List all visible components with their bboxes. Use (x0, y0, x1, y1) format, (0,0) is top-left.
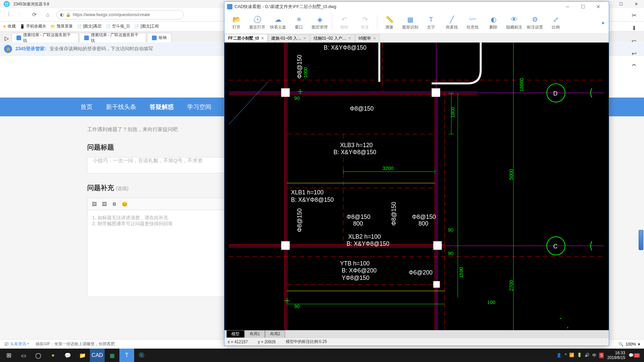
svg-rect-36 (433, 241, 442, 250)
tray-clock[interactable]: 16:33 2019/6/15 (607, 351, 625, 360)
nav-qa[interactable]: 答疑解惑 (150, 103, 174, 111)
tab-close-icon[interactable]: ✕ (373, 36, 376, 41)
bookmark-item[interactable]: 📄[图文]工程 (134, 23, 159, 29)
restore-icon[interactable]: ⤺ (630, 37, 638, 45)
cad-tool-text[interactable]: T文字 (421, 14, 441, 32)
svg-text:1800: 1800 (450, 107, 455, 118)
cad-tool-recognize[interactable]: ▦图形识别 (400, 14, 420, 32)
tab-close-icon[interactable]: ✕ (348, 36, 351, 41)
zoom-indicator[interactable]: 🔍 100% ▾ (619, 342, 640, 347)
notification-icon[interactable]: 💬12 (629, 353, 640, 358)
svg-text:18660: 18660 (519, 78, 524, 92)
bookmark-item[interactable]: 📁预算算量 (50, 23, 73, 29)
back-button[interactable]: 〈 (3, 10, 12, 19)
cad-app-icon (227, 4, 232, 9)
undo-icon[interactable]: ↩ (630, 50, 638, 58)
cad-maximize-button[interactable]: ☐ (575, 2, 591, 12)
start-button[interactable]: ⊞ (1, 349, 16, 362)
reload-button[interactable]: ⟳ (30, 10, 39, 19)
cad-tool-scale[interactable]: ⤢比例 (546, 14, 566, 32)
cortana-icon[interactable]: ◯ (31, 349, 46, 362)
scissors-icon[interactable]: ✂ (630, 11, 638, 19)
cad-close-button[interactable]: ✕ (591, 2, 606, 12)
cad-tool-window[interactable]: ✳窗口 (289, 14, 309, 32)
svg-text:Φ8@150: Φ8@150 (296, 55, 303, 78)
cad-minimize-button[interactable]: ─ (560, 2, 575, 12)
tab-favicon-icon (152, 36, 157, 40)
browser-tab[interactable]: 搜索结果 - 广联达服务新干线 (11, 33, 78, 42)
cad-doc-tab[interactable]: b5图审✕ (355, 34, 380, 42)
tab-close-icon[interactable]: ✕ (261, 36, 264, 41)
svg-text:B: XΦ6@200: B: XΦ6@200 (342, 267, 377, 274)
cad-doc-tab[interactable]: FF二层小别墅_t3✕ (224, 34, 268, 42)
layout-tab-2[interactable]: 布局2 (265, 330, 285, 338)
cad-tool-hide-annot[interactable]: 👁隐藏标注 (504, 14, 524, 32)
cad-tool-open[interactable]: 📂打开 (226, 14, 247, 32)
cad-tool-line[interactable]: ╱画直线 (442, 14, 462, 32)
nav-headlines[interactable]: 新干线头条 (106, 103, 136, 111)
tray-volume-icon[interactable]: 🔊 (585, 353, 590, 358)
cad-tool-recent[interactable]: 🕓最近打开 (247, 14, 267, 32)
window-icon: ✳ (294, 15, 303, 24)
cad-titlebar[interactable]: CAD快速看图 - G:\新建文件夹\FF二层小别墅_t3.dwg ─ ☐ ✕ (224, 2, 609, 12)
tray-ime2-icon[interactable]: S (599, 353, 604, 358)
taskbar-app[interactable]: ● (46, 349, 60, 362)
file-explorer-icon[interactable]: 📁 (75, 349, 90, 362)
cad-tool-annot-settings[interactable]: ⚙标注设置 (525, 14, 545, 32)
taskbar-app[interactable]: ▦ (105, 349, 119, 362)
tray-ime-icon[interactable]: 中 (592, 353, 596, 358)
tab-close-icon[interactable]: ✕ (303, 36, 306, 41)
cad-tool-polyline[interactable]: 〰任意线 (463, 14, 483, 32)
svg-point-49 (551, 318, 568, 330)
taskbar-browser-icon[interactable]: ⓔ (134, 349, 149, 362)
task-view-icon[interactable]: ▭ (16, 349, 31, 362)
taskbar-app[interactable]: T (119, 349, 134, 362)
cad-doc-tab[interactable]: 建施-01~05 入…✕ (268, 34, 310, 42)
cad-layout-tabs: 模型 布局1 布局2 (224, 330, 609, 338)
svg-text:Φ8@150: Φ8@150 (412, 214, 436, 221)
tray-up-icon[interactable]: ^ (565, 353, 567, 358)
editor-image-icon[interactable]: 🖼 (91, 201, 98, 207)
nav-study[interactable]: 学习空间 (187, 103, 211, 111)
svg-text:1000: 1000 (303, 67, 308, 78)
browser-tab[interactable]: 板钢 (147, 33, 172, 42)
cad-tool-cloud[interactable]: ☁快看云盘 (268, 14, 288, 32)
cad-tool-measure[interactable]: 📏测量 (379, 14, 399, 32)
home-button[interactable]: ⌂ (43, 10, 52, 19)
bookmark-item[interactable]: 📱手机收藏夹 (20, 23, 46, 29)
forward-button[interactable]: 〉 (16, 10, 25, 19)
nav-home[interactable]: 首页 (80, 103, 93, 111)
taskbar-app[interactable]: 💬 (60, 349, 75, 362)
browser-tab[interactable]: 搜索结果 - 广联达服务新干线 (79, 33, 146, 42)
cad-doc-tab[interactable]: 结施01~02 入户…✕ (310, 34, 355, 42)
tabs-overflow-icon[interactable]: ▷ (3, 34, 11, 42)
cad-tool-delete[interactable]: ◐删除 (483, 14, 503, 32)
svg-text:B: X&YΦ8@150: B: X&YΦ8@150 (346, 240, 389, 247)
bookmark-item[interactable]: 📄空斗墙_百 (106, 23, 130, 29)
maximize-button[interactable]: ☐ (613, 0, 629, 8)
editor-emoji-icon[interactable]: 😊 (121, 201, 128, 207)
tray-people-icon[interactable]: 👤 (556, 353, 561, 358)
bookmark-item[interactable]: 📄[图文]高层 (77, 23, 102, 29)
svg-text:C: C (553, 243, 558, 250)
lock-badge-icon: 🔒 (4, 45, 12, 53)
taskbar-cad-app[interactable]: CAD (90, 349, 105, 362)
tray-wifi-icon[interactable]: 📶 (569, 353, 574, 358)
favorites-button[interactable]: ★收藏 (3, 23, 16, 29)
download-icon[interactable]: ⬇ (630, 24, 638, 32)
close-button[interactable]: ✕ (629, 0, 644, 8)
text-icon: T (427, 15, 435, 24)
url-bar[interactable]: ◐ 🔒 https://www.fwxgx.com/questions/crea… (56, 10, 184, 19)
cad-canvas[interactable]: D C B: X&YΦ8@150 Φ8@150 XLB3 h=120 B: X&… (224, 43, 609, 330)
tray-battery-icon[interactable]: 🔋 (577, 353, 582, 358)
scrollbar-thumb[interactable] (639, 230, 643, 250)
svg-rect-35 (281, 241, 289, 250)
editor-image2-icon[interactable]: 🖼 (101, 201, 108, 207)
layout-tab-1[interactable]: 布局1 (245, 330, 265, 338)
editor-bold-button[interactable]: B (111, 201, 118, 207)
cad-tool-layers[interactable]: ◈图层管理 (310, 14, 330, 32)
layout-tab-model[interactable]: 模型 (226, 330, 245, 338)
news-headline[interactable]: 搞笑GIF：坐第一排还敢上课睡觉，你胆真肥 (36, 341, 115, 347)
news-tag[interactable]: 📰 头条资讯 • (4, 341, 29, 347)
toolbar-overflow-icon[interactable]: ▸ (602, 19, 607, 26)
